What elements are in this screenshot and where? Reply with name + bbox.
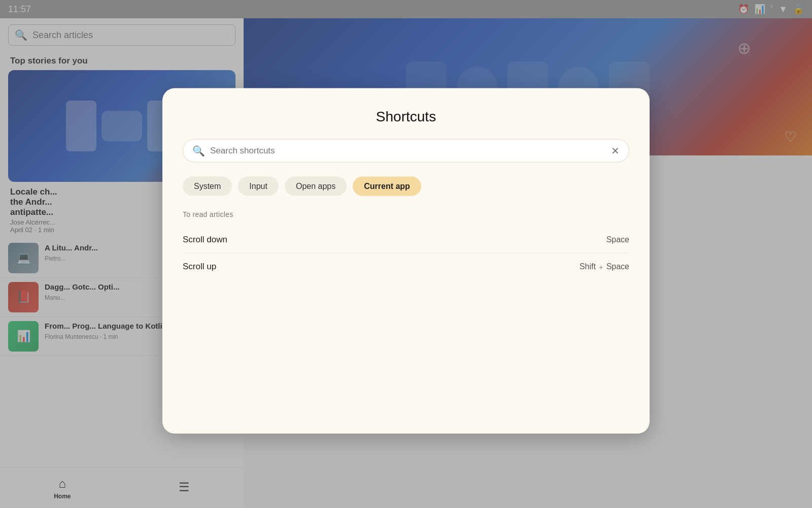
- shortcut-action-scroll-up: Scroll up: [183, 262, 216, 272]
- key-plus-sign: +: [599, 262, 603, 271]
- shortcut-action-scroll-down: Scroll down: [183, 235, 227, 245]
- modal-search-input[interactable]: [210, 146, 606, 156]
- shortcut-keys-scroll-up: Shift + Space: [580, 262, 629, 271]
- modal-search-bar[interactable]: 🔍 ✕: [183, 139, 629, 163]
- shortcut-row-scroll-down: Scroll down Space: [183, 227, 629, 253]
- shortcuts-modal: Shortcuts 🔍 ✕ System Input Open apps Cur…: [162, 88, 650, 434]
- modal-search-icon: 🔍: [192, 145, 205, 157]
- section-header-read: To read articles: [183, 210, 629, 218]
- shortcut-row-scroll-up: Scroll up Shift + Space: [183, 253, 629, 280]
- tab-system[interactable]: System: [183, 177, 232, 196]
- tab-open-apps[interactable]: Open apps: [285, 177, 347, 196]
- modal-search-clear-icon[interactable]: ✕: [611, 145, 620, 157]
- category-tabs: System Input Open apps Current app: [183, 177, 629, 196]
- tab-current-app[interactable]: Current app: [353, 177, 421, 196]
- shortcut-keys-scroll-down: Space: [606, 235, 629, 244]
- key-space: Space: [606, 235, 629, 244]
- tab-input[interactable]: Input: [238, 177, 279, 196]
- key-shift: Shift: [580, 262, 596, 271]
- key-space-2: Space: [606, 262, 629, 271]
- modal-title: Shortcuts: [183, 109, 629, 125]
